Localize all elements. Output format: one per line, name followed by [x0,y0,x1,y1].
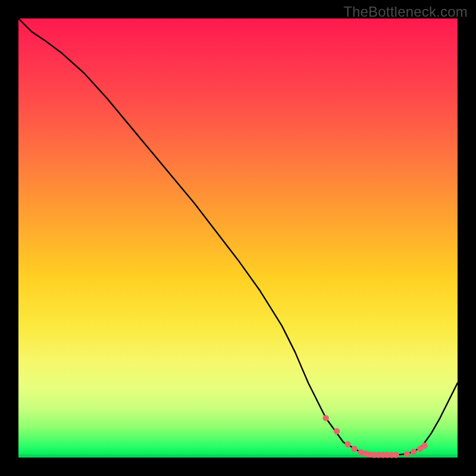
optimal-marker [421,443,427,449]
optimal-marker [393,452,399,458]
optimal-marker [351,446,357,452]
optimal-marker [404,451,410,457]
optimal-marker [411,449,416,455]
curve-layer [18,18,458,458]
optimal-marker [334,428,340,434]
chart-frame: TheBottleneck.com [0,0,476,476]
watermark-text: TheBottleneck.com [343,4,468,20]
optimal-marker [322,415,328,421]
plot-area [18,18,458,458]
bottleneck-curve [18,18,458,455]
optimal-marker [345,441,350,447]
